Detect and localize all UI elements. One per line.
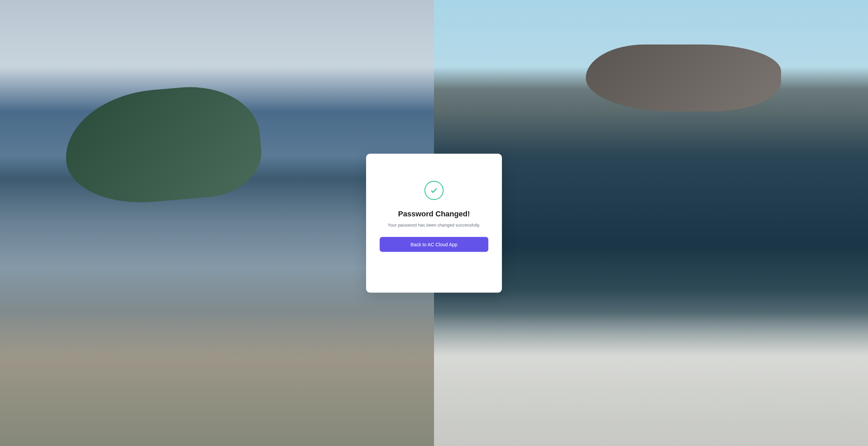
success-check-icon (424, 181, 444, 200)
modal-title: Password Changed! (398, 209, 470, 218)
checkmark-icon (430, 186, 438, 194)
password-changed-modal: Password Changed! Your password has been… (366, 154, 502, 292)
back-to-app-button[interactable]: Back to AC Cloud App (380, 237, 488, 252)
modal-subtitle: Your password has been changed successfu… (388, 222, 480, 227)
